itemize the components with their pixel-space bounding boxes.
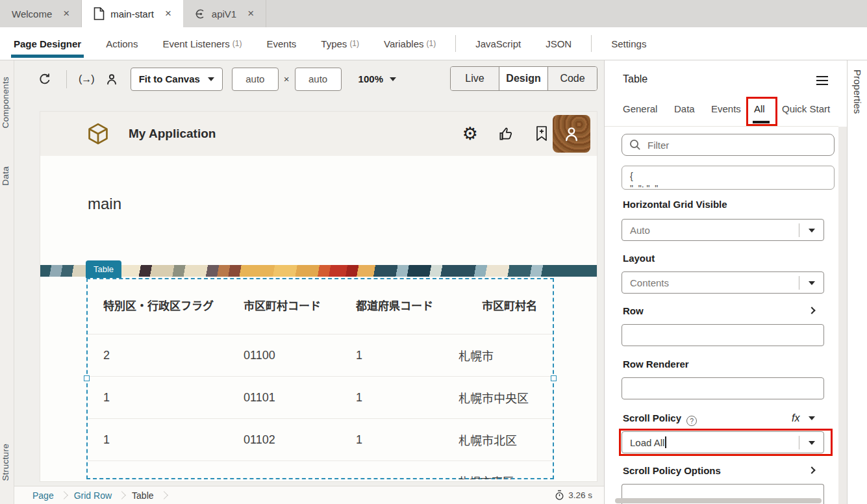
chevron-right-icon[interactable] — [808, 466, 815, 473]
vertical-scrollbar[interactable] — [838, 127, 847, 504]
breadcrumb-table[interactable]: Table — [132, 490, 153, 501]
prop-tab-quick-start[interactable]: Quick Start — [782, 103, 830, 114]
count-badge: (1) — [349, 39, 359, 48]
service-connection-icon — [195, 8, 206, 19]
component-badge[interactable]: Table — [86, 260, 121, 278]
rail-tab-structure[interactable]: Structure — [1, 444, 10, 481]
page-preview: My Application ⚙ main Table — [40, 112, 597, 481]
tab-main-start-label: main-start — [110, 8, 154, 19]
canvas-width-input[interactable] — [232, 68, 279, 91]
menu-actions[interactable]: Actions — [103, 27, 140, 60]
breadcrumb-grid-row[interactable]: Grid Row — [74, 490, 112, 501]
menu-variables[interactable]: Variables(1) — [381, 27, 438, 60]
column-header: 都道府県コード — [340, 298, 443, 315]
decorative-banner-image — [40, 265, 597, 277]
design-mode-button[interactable]: Design — [499, 67, 548, 90]
code-mode-button[interactable]: Code — [548, 67, 597, 90]
column-header: 市区町村コード — [228, 298, 340, 315]
stopwatch-icon — [555, 490, 564, 501]
horizontal-grid-visible-select[interactable]: Auto — [622, 219, 824, 241]
table-row: 1 01101 1 札幌市中央区 — [88, 376, 553, 418]
app-header-icons: ⚙ — [462, 112, 549, 156]
chevron-down-icon — [208, 77, 214, 81]
app-title: My Application — [129, 127, 216, 141]
chevron-right-icon — [160, 491, 168, 499]
properties-rail: Properties — [847, 60, 867, 504]
resize-handle-right[interactable] — [551, 375, 557, 381]
table-row: 1 01102 1 札幌市北区 — [88, 418, 553, 460]
tab-apiv1[interactable]: apiV1 × — [183, 0, 266, 27]
close-icon[interactable]: × — [165, 7, 171, 20]
scroll-policy-combobox[interactable]: Load All — [622, 431, 824, 453]
row-input[interactable] — [622, 324, 824, 346]
rail-tab-components[interactable]: Components — [1, 77, 10, 129]
table-row: 2 01100 1 札幌市 — [88, 334, 553, 376]
gear-icon[interactable]: ⚙ — [462, 125, 478, 143]
persona-icon[interactable] — [105, 72, 119, 86]
table-row-clipped: 札幌市東区 — [88, 460, 553, 479]
search-icon — [629, 139, 641, 151]
rail-tab-data[interactable]: Data — [1, 166, 10, 186]
active-tab-indicator — [753, 121, 770, 123]
menu-types[interactable]: Types(1) — [318, 27, 362, 60]
tab-welcome[interactable]: Welcome × — [0, 0, 82, 27]
avatar[interactable] — [553, 115, 590, 153]
tab-main-start[interactable]: main-start × — [82, 0, 183, 27]
resize-handle-left[interactable] — [84, 375, 90, 381]
design-canvas: (→) Fit to Canvas × 100% Live Design Cod… — [14, 60, 604, 504]
menu-divider — [455, 35, 456, 52]
chevron-right-icon — [118, 491, 126, 499]
menu-page-designer[interactable]: Page Designer — [11, 27, 84, 60]
zoom-select[interactable]: 100% — [358, 73, 396, 84]
render-timing: 3.26 s — [555, 490, 592, 501]
menu-javascript[interactable]: JavaScript — [473, 27, 523, 60]
app-logo-icon — [87, 123, 109, 145]
chevron-down-icon — [809, 229, 815, 233]
mode-switcher: Live Design Code — [450, 66, 597, 91]
menu-json[interactable]: JSON — [543, 27, 574, 60]
close-icon[interactable]: × — [247, 7, 254, 20]
row-renderer-input[interactable] — [622, 377, 824, 399]
canvas-height-input[interactable] — [295, 68, 342, 91]
properties-rail-label[interactable]: Properties — [852, 69, 863, 114]
app-header[interactable]: My Application ⚙ — [40, 112, 597, 156]
horizontal-scrollbar-thumb[interactable] — [615, 498, 822, 503]
designer-menubar: Page Designer Actions Event Listeners(1)… — [0, 27, 867, 60]
menu-event-listeners[interactable]: Event Listeners(1) — [160, 27, 244, 60]
properties-title: Table — [623, 73, 647, 85]
breadcrumb-bar: Page Grid Row Table 3.26 s — [14, 486, 604, 504]
layout-select[interactable]: Contents — [622, 271, 824, 294]
bookmark-plus-icon[interactable] — [534, 125, 549, 142]
fx-expression-icon[interactable]: fx — [792, 412, 799, 424]
menu-divider — [591, 35, 592, 52]
selected-table-component[interactable]: 特別区・行政区フラグ 市区町村コード 都道府県コード 市区町村名 2 01100… — [86, 278, 554, 479]
tab-welcome-label: Welcome — [12, 8, 52, 19]
menu-settings[interactable]: Settings — [609, 27, 649, 60]
filter-input[interactable] — [647, 140, 803, 151]
row-label: Row — [623, 305, 644, 316]
window-tab-strip: Welcome × main-start × apiV1 × — [0, 0, 867, 27]
chevron-right-icon[interactable] — [808, 307, 815, 314]
count-badge: (1) — [232, 39, 242, 48]
live-expression-icon[interactable]: (→) — [79, 73, 94, 85]
close-icon[interactable]: × — [63, 7, 69, 20]
value-code-preview[interactable]: { "..": ".." — [622, 166, 835, 190]
refresh-icon[interactable] — [38, 72, 52, 86]
count-badge: (1) — [426, 39, 436, 48]
menu-icon[interactable] — [816, 76, 828, 88]
chevron-down-icon[interactable] — [809, 416, 815, 420]
table-header-row: 特別区・行政区フラグ 市区町村コード 都道府県コード 市区町村名 — [88, 279, 553, 334]
prop-tab-general[interactable]: General — [623, 103, 657, 114]
menu-events[interactable]: Events — [264, 27, 299, 60]
filter-field[interactable] — [622, 134, 835, 156]
fit-to-canvas-select[interactable]: Fit to Canvas — [131, 68, 223, 91]
prop-tab-events[interactable]: Events — [711, 103, 741, 114]
prop-tab-all[interactable]: All — [754, 103, 765, 114]
help-icon[interactable]: ? — [686, 416, 697, 426]
breadcrumb-page[interactable]: Page — [32, 490, 54, 501]
canvas-toolbar: (→) Fit to Canvas × 100% Live Design Cod… — [14, 60, 604, 97]
live-mode-button[interactable]: Live — [451, 67, 499, 90]
prop-tab-data[interactable]: Data — [674, 103, 695, 114]
thumbs-up-icon[interactable] — [497, 125, 514, 142]
column-header: 市区町村名 — [443, 298, 553, 315]
